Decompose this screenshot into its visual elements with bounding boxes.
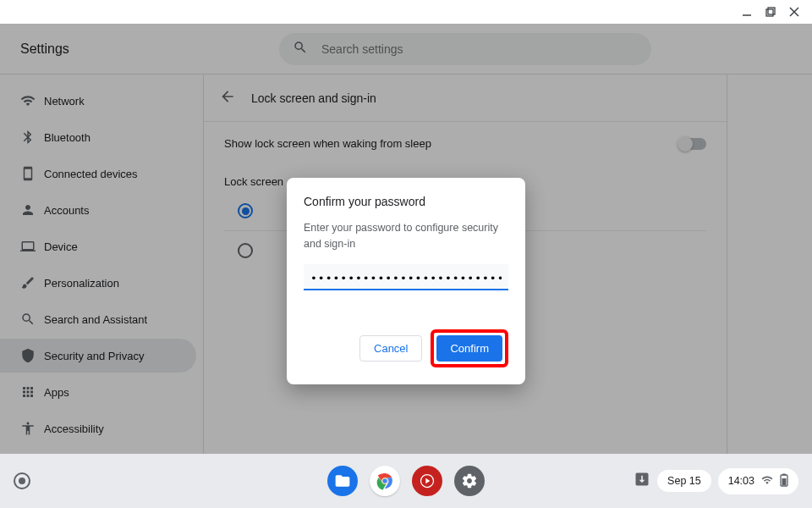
svg-rect-10 — [782, 473, 786, 475]
svg-rect-2 — [768, 8, 775, 14]
cancel-button[interactable]: Cancel — [359, 335, 422, 362]
confirm-button[interactable]: Confirm — [436, 335, 502, 362]
window-controls — [0, 0, 812, 24]
youtube-music-icon[interactable] — [412, 466, 442, 496]
svg-rect-1 — [766, 9, 773, 16]
password-input[interactable] — [304, 264, 508, 290]
minimize-button[interactable] — [741, 6, 753, 18]
dialog-body: Enter your password to configure securit… — [304, 220, 508, 252]
settings-app-icon[interactable] — [454, 466, 485, 496]
time-label: 14:03 — [728, 475, 754, 487]
close-button[interactable] — [788, 6, 800, 18]
status-tray[interactable]: 14:03 — [718, 468, 798, 494]
date-pill[interactable]: Sep 15 — [657, 470, 711, 492]
confirm-highlight: Confirm — [431, 329, 508, 367]
files-app-icon[interactable] — [327, 466, 358, 496]
wifi-status-icon — [761, 474, 773, 489]
chrome-app-icon[interactable] — [370, 466, 400, 496]
confirm-password-dialog: Confirm your password Enter your passwor… — [287, 178, 525, 384]
shelf: Sep 15 14:03 — [0, 454, 812, 508]
launcher-button[interactable] — [14, 472, 30, 489]
dialog-title: Confirm your password — [304, 195, 508, 208]
notifications-icon[interactable] — [634, 471, 650, 491]
battery-status-icon — [780, 473, 788, 489]
svg-rect-11 — [782, 478, 787, 485]
maximize-button[interactable] — [765, 6, 776, 18]
